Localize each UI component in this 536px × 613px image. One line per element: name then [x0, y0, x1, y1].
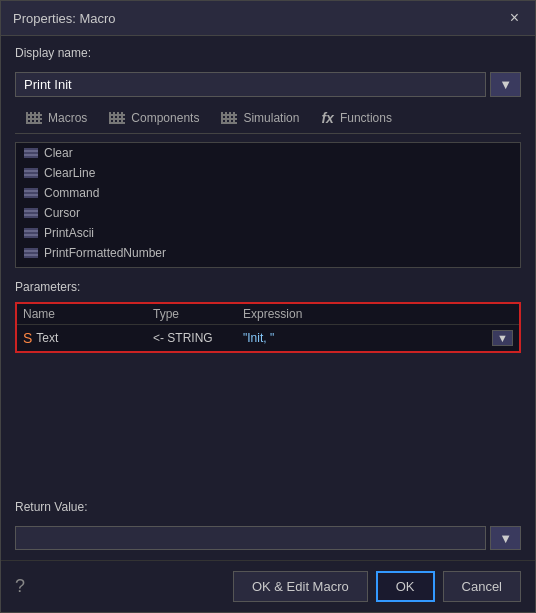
cancel-button[interactable]: Cancel: [443, 571, 521, 602]
tab-simulation[interactable]: Simulation: [210, 105, 310, 131]
expression-dropdown-btn[interactable]: ▼: [492, 330, 513, 346]
dialog-content: Display name: ▼ Macros Components Simula…: [1, 36, 535, 560]
tab-components-label: Components: [131, 111, 199, 125]
display-name-label: Display name:: [15, 46, 521, 60]
functions-fx-icon: fx: [321, 110, 333, 126]
help-button[interactable]: ?: [15, 576, 25, 597]
item-icon: [24, 248, 38, 258]
ok-button[interactable]: OK: [376, 571, 435, 602]
display-name-row: ▼: [15, 72, 521, 97]
tab-functions[interactable]: fx Functions: [310, 105, 402, 131]
param-name-value: Text: [36, 331, 58, 345]
list-item-label: PrintNumber: [44, 266, 111, 268]
list-item-label: PrintAscii: [44, 226, 94, 240]
param-type-cell: <- STRING: [153, 331, 243, 345]
return-value-dropdown[interactable]: ▼: [490, 526, 521, 550]
simulation-icon: [221, 112, 237, 124]
col-expression: Expression: [243, 307, 513, 321]
param-name-cell: S Text: [23, 330, 153, 346]
list-item-label: PrintFormattedNumber: [44, 246, 166, 260]
ok-edit-macro-button[interactable]: OK & Edit Macro: [233, 571, 368, 602]
list-item[interactable]: Clear: [16, 143, 520, 163]
parameters-label: Parameters:: [15, 280, 521, 294]
list-item-label: ClearLine: [44, 166, 95, 180]
parameters-table: Name Type Expression S Text <- STRING "I…: [15, 302, 521, 353]
list-item[interactable]: PrintAscii: [16, 223, 520, 243]
title-bar: Properties: Macro ×: [1, 1, 535, 36]
tab-macros[interactable]: Macros: [15, 105, 98, 131]
col-name: Name: [23, 307, 153, 321]
list-item[interactable]: ClearLine: [16, 163, 520, 183]
list-item[interactable]: PrintFormattedNumber: [16, 243, 520, 263]
item-icon: [24, 188, 38, 198]
list-item-label: Cursor: [44, 206, 80, 220]
list-item-label: Command: [44, 186, 99, 200]
params-header: Name Type Expression: [17, 304, 519, 325]
item-icon: [24, 208, 38, 218]
list-item[interactable]: PrintNumber: [16, 263, 520, 268]
item-icon: [24, 228, 38, 238]
macros-icon: [26, 112, 42, 124]
spacer: [15, 361, 521, 485]
expression-cell[interactable]: "Init, " ▼: [243, 330, 513, 346]
item-icon: [24, 148, 38, 158]
properties-dialog: Properties: Macro × Display name: ▼ Macr…: [0, 0, 536, 613]
tab-components[interactable]: Components: [98, 105, 210, 131]
bottom-bar: ? OK & Edit Macro OK Cancel: [1, 560, 535, 612]
param-type-value: <- STRING: [153, 331, 213, 345]
list-item[interactable]: Cursor: [16, 203, 520, 223]
tab-macros-label: Macros: [48, 111, 87, 125]
tab-functions-label: Functions: [340, 111, 392, 125]
return-value-row: ▼: [15, 526, 521, 550]
macro-list[interactable]: Clear ClearLine Command Cursor PrintAsci…: [15, 142, 521, 268]
tab-simulation-label: Simulation: [243, 111, 299, 125]
return-value-input[interactable]: [15, 526, 486, 550]
return-value-label: Return Value:: [15, 500, 521, 514]
col-type: Type: [153, 307, 243, 321]
param-icon: S: [23, 330, 32, 346]
components-icon: [109, 112, 125, 124]
list-item[interactable]: Command: [16, 183, 520, 203]
tabs-bar: Macros Components Simulation fx Function…: [15, 105, 521, 134]
item-icon: [24, 168, 38, 178]
dialog-title: Properties: Macro: [13, 11, 116, 26]
display-name-input[interactable]: [15, 72, 486, 97]
params-row: S Text <- STRING "Init, " ▼: [17, 325, 519, 351]
expression-value: "Init, ": [243, 331, 490, 345]
list-item-label: Clear: [44, 146, 73, 160]
bottom-buttons: OK & Edit Macro OK Cancel: [233, 571, 521, 602]
close-button[interactable]: ×: [506, 9, 523, 27]
display-name-dropdown[interactable]: ▼: [490, 72, 521, 97]
